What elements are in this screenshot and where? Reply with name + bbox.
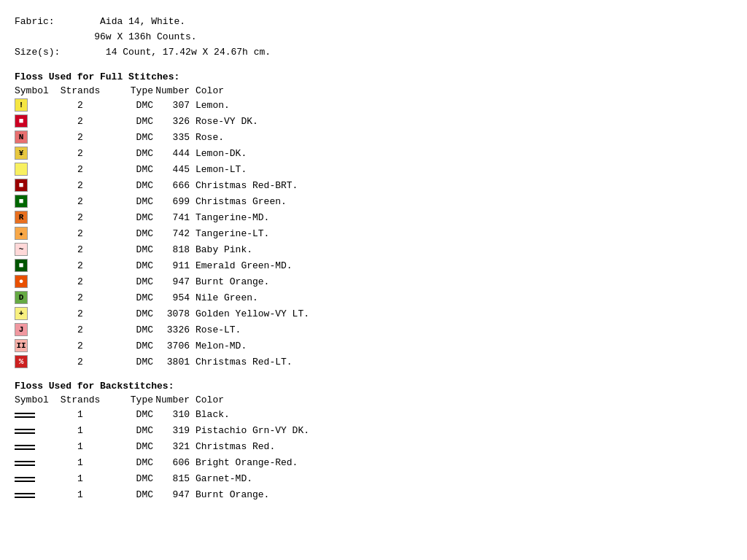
strands-cell: 1 (51, 473, 109, 484)
full-stitches-header: Symbol Strands Type Number Color (15, 85, 732, 96)
type-cell: DMC (109, 196, 153, 207)
backstitch-symbol (15, 413, 51, 418)
color-cell: Christmas Green. (196, 196, 732, 207)
strands-cell: 2 (51, 324, 109, 335)
type-cell: DMC (109, 260, 153, 271)
strands-cell: 2 (51, 276, 109, 287)
symbol-box: II (15, 339, 28, 352)
table-row: II2DMC3706Melon-MD. (15, 338, 732, 353)
symbol-box (15, 163, 28, 176)
table-row: 1DMC321Christmas Red. (15, 439, 732, 454)
type-cell: DMC (109, 212, 153, 223)
header-type: Type (109, 85, 153, 96)
backstitch-symbol (15, 493, 51, 498)
symbol-box: ~ (15, 243, 28, 256)
strands-cell: 2 (51, 244, 109, 255)
symbol-box: ● (15, 275, 28, 288)
type-cell: DMC (109, 148, 153, 159)
strands-cell: 2 (51, 260, 109, 271)
table-row: 1DMC815Garnet-MD. (15, 471, 732, 486)
back-stitches-rows: 1DMC310Black.1DMC319Pistachio Grn-VY DK.… (15, 407, 732, 502)
type-cell: DMC (109, 357, 153, 368)
number-cell: 3706 (153, 341, 190, 351)
number-cell: 815 (153, 473, 190, 484)
color-cell: Burnt Orange. (196, 489, 732, 500)
bs-header-symbol: Symbol (15, 394, 51, 405)
strands-cell: 2 (51, 196, 109, 207)
number-cell: 911 (153, 260, 190, 271)
symbol-box: ■ (15, 195, 28, 208)
strands-cell: 2 (51, 212, 109, 223)
strands-cell: 2 (51, 148, 109, 159)
strands-cell: 2 (51, 164, 109, 175)
back-stitches-title: Floss Used for Backstitches: (15, 381, 732, 392)
color-cell: Rose. (196, 132, 732, 143)
page-container: Fabric: Aida 14, White. 96w X 136h Count… (15, 15, 732, 502)
backstitch-symbol (15, 445, 51, 450)
table-row: 1DMC319Pistachio Grn-VY DK. (15, 423, 732, 438)
strands-cell: 1 (51, 425, 109, 436)
symbol-box: % (15, 355, 28, 368)
size-label: Size(s): (15, 47, 60, 58)
color-cell: Baby Pink. (196, 244, 732, 255)
number-cell: 3801 (153, 357, 190, 368)
strands-cell: 1 (51, 409, 109, 420)
table-row: 1DMC310Black. (15, 407, 732, 421)
number-cell: 947 (153, 489, 190, 500)
strands-cell: 1 (51, 489, 109, 500)
color-cell: Rose-VY DK. (196, 116, 732, 127)
symbol-box: J (15, 323, 28, 336)
number-cell: 319 (153, 425, 190, 436)
number-cell: 445 (153, 164, 190, 175)
fabric-label: Fabric: (15, 16, 55, 27)
strands-cell: 2 (51, 116, 109, 127)
type-cell: DMC (109, 441, 153, 452)
color-cell: Melon-MD. (196, 341, 732, 351)
strands-cell: 2 (51, 180, 109, 191)
strands-cell: 2 (51, 132, 109, 143)
number-cell: 699 (153, 196, 190, 207)
bs-header-color: Color (196, 394, 732, 405)
table-row: ■2DMC326Rose-VY DK. (15, 114, 732, 128)
number-cell: 606 (153, 457, 190, 468)
symbol-box: D (15, 291, 28, 304)
header-symbol: Symbol (15, 85, 51, 96)
number-cell: 741 (153, 212, 190, 223)
color-cell: Bright Orange-Red. (196, 457, 732, 468)
color-cell: Emerald Green-MD. (196, 260, 732, 271)
type-cell: DMC (109, 308, 153, 319)
type-cell: DMC (109, 489, 153, 500)
table-row: ■2DMC699Christmas Green. (15, 194, 732, 209)
color-cell: Christmas Red. (196, 441, 732, 452)
type-cell: DMC (109, 324, 153, 335)
type-cell: DMC (109, 292, 153, 303)
fabric-info: Fabric: Aida 14, White. 96w X 136h Count… (15, 15, 732, 60)
type-cell: DMC (109, 132, 153, 143)
number-cell: 307 (153, 100, 190, 111)
type-cell: DMC (109, 473, 153, 484)
number-cell: 310 (153, 409, 190, 420)
number-cell: 954 (153, 292, 190, 303)
full-stitches-rows: !2DMC307Lemon.■2DMC326Rose-VY DK.N2DMC33… (15, 98, 732, 369)
color-cell: Pistachio Grn-VY DK. (196, 425, 732, 436)
color-cell: Nile Green. (196, 292, 732, 303)
size-value: 14 Count, 17.42w X 24.67h cm. (106, 47, 271, 58)
fabric-line2: 96w X 136h Counts. (15, 30, 732, 45)
type-cell: DMC (109, 425, 153, 436)
number-cell: 326 (153, 116, 190, 127)
symbol-box: N (15, 131, 28, 144)
type-cell: DMC (109, 100, 153, 111)
table-row: ✦2DMC742Tangerine-LT. (15, 226, 732, 241)
table-row: ■2DMC666Christmas Red-BRT. (15, 178, 732, 192)
number-cell: 3326 (153, 324, 190, 335)
type-cell: DMC (109, 164, 153, 175)
number-cell: 335 (153, 132, 190, 143)
table-row: 1DMC947Burnt Orange. (15, 487, 732, 502)
color-cell: Garnet-MD. (196, 473, 732, 484)
symbol-box: ✦ (15, 227, 28, 240)
strands-cell: 2 (51, 228, 109, 239)
table-row: J2DMC3326Rose-LT. (15, 322, 732, 337)
type-cell: DMC (109, 457, 153, 468)
fabric-line1: Fabric: Aida 14, White. (15, 15, 732, 30)
color-cell: Lemon. (196, 100, 732, 111)
